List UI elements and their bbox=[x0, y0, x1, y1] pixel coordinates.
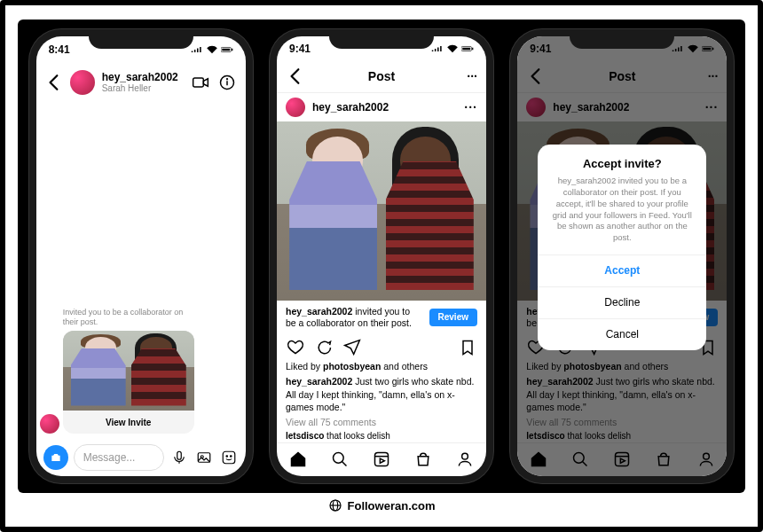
video-icon bbox=[192, 74, 209, 91]
collab-invite-message[interactable]: Invited you to be a collaborator on thei… bbox=[63, 308, 194, 434]
mic-icon bbox=[171, 450, 187, 466]
svg-point-12 bbox=[226, 456, 228, 458]
clock: 8:41 bbox=[49, 43, 70, 56]
shop-icon bbox=[414, 450, 432, 468]
nav-home[interactable] bbox=[288, 450, 308, 469]
more-button[interactable]: ··· bbox=[467, 69, 477, 83]
avatar[interactable] bbox=[70, 70, 95, 95]
message-placeholder: Message... bbox=[83, 451, 136, 464]
likes-line[interactable]: Liked by photosbyean and others bbox=[286, 360, 477, 373]
search-icon bbox=[331, 450, 349, 468]
battery-icon bbox=[221, 45, 233, 54]
post-author-row: hey_sarah2002 ··· bbox=[277, 93, 486, 122]
svg-line-18 bbox=[342, 462, 346, 466]
view-all-comments[interactable]: View all 75 comments bbox=[286, 416, 477, 429]
back-button[interactable] bbox=[45, 73, 63, 92]
info-button[interactable] bbox=[217, 73, 237, 92]
svg-point-13 bbox=[230, 456, 232, 458]
back-button[interactable] bbox=[286, 66, 305, 86]
modal-title: Accept invite? bbox=[538, 145, 706, 176]
decline-button[interactable]: Decline bbox=[538, 286, 706, 318]
notch bbox=[89, 29, 193, 49]
svg-rect-16 bbox=[472, 47, 473, 50]
svg-point-6 bbox=[226, 79, 227, 80]
chevron-left-icon bbox=[287, 67, 304, 85]
username: hey_sarah2002 bbox=[102, 72, 184, 83]
send-icon bbox=[343, 339, 361, 356]
wifi-icon bbox=[446, 44, 459, 53]
nav-search[interactable] bbox=[330, 450, 350, 469]
photo-icon bbox=[196, 450, 212, 466]
post-caption: hey_sarah2002 Just two girls who skate n… bbox=[286, 376, 474, 412]
notch bbox=[329, 29, 434, 49]
nav-shop[interactable] bbox=[413, 450, 433, 469]
wifi-icon bbox=[206, 45, 218, 54]
status-icons bbox=[191, 45, 233, 54]
accept-invite-modal: Accept invite? hey_sarah2002 invited you… bbox=[538, 145, 706, 350]
message-input[interactable]: Message... bbox=[74, 444, 164, 471]
post-header: Post ··· bbox=[277, 60, 486, 92]
camera-icon bbox=[50, 451, 62, 464]
svg-rect-3 bbox=[193, 78, 203, 87]
dm-header: hey_sarah2002 Sarah Heller bbox=[36, 63, 246, 102]
share-button[interactable] bbox=[342, 338, 362, 357]
battery-icon bbox=[461, 44, 474, 53]
like-button[interactable] bbox=[286, 338, 305, 357]
video-call-button[interactable] bbox=[191, 73, 210, 92]
svg-rect-15 bbox=[462, 47, 470, 50]
invite-caption: Invited you to be a collaborator on thei… bbox=[63, 308, 194, 328]
nav-reels[interactable] bbox=[372, 450, 391, 469]
photo-button[interactable] bbox=[194, 448, 214, 467]
stage: 8:41 hey_sarah2002 Sarah Heller bbox=[18, 20, 745, 493]
collab-banner-text: hey_sarah2002 invited you to be a collab… bbox=[286, 306, 422, 329]
dm-names[interactable]: hey_sarah2002 Sarah Heller bbox=[102, 72, 184, 93]
sticker-icon bbox=[221, 450, 237, 466]
cancel-button[interactable]: Cancel bbox=[538, 318, 706, 350]
mic-button[interactable] bbox=[169, 448, 189, 467]
svg-point-21 bbox=[462, 454, 468, 460]
phone-post: 9:41 Post ··· hey_sarah20 bbox=[270, 29, 493, 483]
dm-body: Invited you to be a collaborator on thei… bbox=[36, 102, 246, 439]
info-icon bbox=[218, 74, 236, 91]
home-icon bbox=[289, 450, 307, 468]
post-image[interactable] bbox=[277, 121, 486, 301]
footer-watermark: Followeran.com bbox=[18, 493, 745, 518]
post-more-button[interactable]: ··· bbox=[464, 100, 477, 114]
compose-bar: Message... bbox=[36, 439, 246, 476]
modal-body: hey_sarah2002 invited you to be a collab… bbox=[538, 176, 706, 254]
signal-icon bbox=[191, 45, 203, 54]
post-actions bbox=[277, 334, 486, 360]
accept-button[interactable]: Accept bbox=[538, 254, 706, 286]
footer-text: Followeran.com bbox=[348, 499, 436, 512]
svg-point-17 bbox=[333, 453, 343, 464]
svg-rect-11 bbox=[223, 451, 235, 464]
realname: Sarah Heller bbox=[102, 83, 184, 93]
author-avatar[interactable] bbox=[286, 98, 305, 117]
review-button[interactable]: Review bbox=[429, 309, 477, 327]
bookmark-icon bbox=[459, 339, 476, 356]
post-meta: Liked by photosbyean and others hey_sara… bbox=[277, 360, 486, 442]
phone-dm: 8:41 hey_sarah2002 Sarah Heller bbox=[29, 29, 253, 483]
message-avatar[interactable] bbox=[40, 414, 59, 434]
globe-icon bbox=[328, 498, 342, 512]
nav-profile[interactable] bbox=[455, 450, 475, 469]
svg-rect-1 bbox=[222, 49, 230, 51]
svg-rect-2 bbox=[232, 49, 232, 51]
sample-comment: letsdisco that looks delish bbox=[286, 431, 390, 441]
notch bbox=[570, 29, 674, 49]
reels-icon bbox=[373, 450, 390, 468]
comment-button[interactable] bbox=[314, 338, 334, 357]
page-title: Post bbox=[368, 69, 395, 83]
phone-modal: 9:41 Post ··· hey_sarah20 bbox=[510, 29, 734, 483]
profile-icon bbox=[456, 450, 474, 468]
svg-rect-8 bbox=[177, 451, 181, 459]
sticker-button[interactable] bbox=[219, 448, 239, 467]
author-username[interactable]: hey_sarah2002 bbox=[312, 101, 457, 113]
status-icons bbox=[431, 44, 474, 53]
camera-button[interactable] bbox=[43, 445, 68, 470]
heart-icon bbox=[287, 339, 304, 356]
invite-thumbnail bbox=[63, 331, 194, 411]
view-invite-button[interactable]: View Invite bbox=[63, 411, 194, 434]
save-button[interactable] bbox=[458, 338, 477, 357]
chevron-left-icon bbox=[45, 74, 63, 91]
